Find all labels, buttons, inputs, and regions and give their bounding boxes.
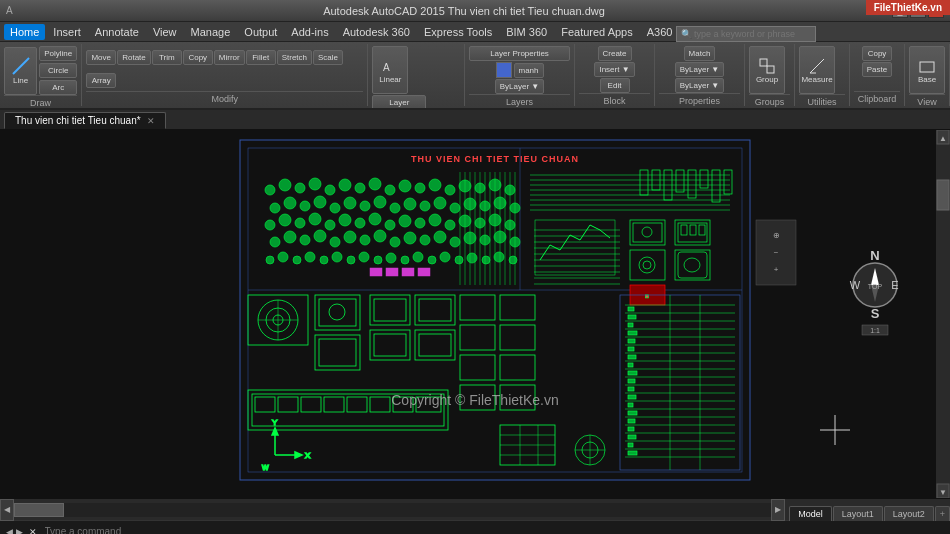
ribbon-group-properties: Match ByLayer ▼ ByLayer ▼ Properties — [655, 44, 745, 106]
svg-point-76 — [450, 237, 460, 247]
svg-point-38 — [390, 203, 400, 213]
svg-rect-228 — [628, 331, 637, 335]
search-input[interactable] — [694, 29, 811, 39]
svg-point-65 — [284, 231, 296, 243]
insert-block-button[interactable]: Insert ▼ — [594, 62, 634, 77]
svg-text:⊕: ⊕ — [773, 231, 780, 240]
svg-point-22 — [399, 180, 411, 192]
svg-point-84 — [305, 252, 315, 262]
svg-point-72 — [390, 237, 400, 247]
svg-point-88 — [359, 252, 369, 262]
menu-bim[interactable]: BIM 360 — [500, 24, 553, 40]
layout1-tab[interactable]: Layout1 — [833, 506, 883, 521]
svg-rect-112 — [370, 268, 382, 276]
arc-button[interactable]: Arc — [39, 80, 77, 95]
bylayer-dropdown1[interactable]: ByLayer ▼ — [495, 79, 545, 94]
measure-button[interactable]: Measure — [799, 46, 835, 94]
menu-addins[interactable]: Add-ins — [285, 24, 334, 40]
layer-properties-button[interactable]: Layer Properties — [469, 46, 570, 61]
base-button[interactable]: Base — [909, 46, 945, 94]
cad-viewport[interactable]: THU VIEN CHI TIET TIEU CHUAN — [0, 130, 950, 498]
menu-output[interactable]: Output — [238, 24, 283, 40]
scroll-area: ◀ ▶ Model Layout1 Layout2 + — [0, 498, 950, 520]
svg-line-0 — [13, 58, 29, 74]
svg-point-19 — [355, 183, 365, 193]
copy-button[interactable]: Copy — [183, 50, 213, 65]
svg-rect-115 — [418, 268, 430, 276]
add-layout-button[interactable]: + — [935, 506, 950, 521]
command-input[interactable] — [45, 526, 944, 534]
block-label: Block — [579, 93, 650, 106]
rotate-button[interactable]: Rotate — [117, 50, 151, 65]
tab-close-icon[interactable]: ✕ — [147, 116, 155, 126]
ribbon-group-view: Base View — [905, 44, 950, 106]
fillet-button[interactable]: Fillet — [246, 50, 276, 65]
scale-button[interactable]: Scale — [313, 50, 343, 65]
layer-button[interactable]: Layer — [372, 95, 426, 110]
properties-bylayer2[interactable]: ByLayer ▼ — [675, 78, 725, 93]
svg-text:S: S — [871, 306, 880, 321]
group-button[interactable]: Group — [749, 46, 785, 94]
annotation-buttons: A Linear Layer Table Match Layer — [372, 46, 460, 110]
line-button[interactable]: Line — [4, 47, 37, 95]
model-tab[interactable]: Model — [789, 506, 832, 521]
create-block-button[interactable]: Create — [598, 46, 632, 61]
scroll-left-button[interactable]: ◀ — [0, 499, 14, 521]
svg-point-51 — [325, 220, 335, 230]
menu-home[interactable]: Home — [4, 24, 45, 40]
svg-text:−: − — [774, 248, 779, 257]
svg-point-59 — [445, 220, 455, 230]
draw-buttons: Line Polyline Circle Arc — [4, 46, 77, 95]
search-box[interactable]: 🔍 — [676, 26, 816, 42]
edit-block-button[interactable]: Edit — [600, 78, 630, 93]
menu-insert[interactable]: Insert — [47, 24, 87, 40]
svg-rect-2 — [760, 59, 767, 66]
svg-point-73 — [404, 232, 416, 244]
menu-express[interactable]: Express Tools — [418, 24, 498, 40]
menu-a360[interactable]: Autodesk 360 — [337, 24, 416, 40]
trim-button[interactable]: Trim — [152, 50, 182, 65]
circle-button[interactable]: Circle — [39, 63, 77, 78]
clipboard-copy-button[interactable]: Copy — [862, 46, 892, 61]
linear-button[interactable]: A Linear — [372, 46, 408, 94]
view-label: View — [909, 94, 945, 107]
layers-label: Layers — [469, 94, 570, 107]
scroll-track-h — [14, 503, 771, 517]
menu-view[interactable]: View — [147, 24, 183, 40]
groups-buttons: Group — [749, 46, 790, 94]
svg-point-67 — [314, 230, 326, 242]
svg-text:W: W — [262, 464, 269, 471]
menu-a360b[interactable]: A360 — [641, 24, 679, 40]
scroll-right-button[interactable]: ▶ — [771, 499, 785, 521]
svg-point-47 — [265, 220, 275, 230]
stretch-button[interactable]: Stretch — [277, 50, 312, 65]
svg-rect-237 — [628, 403, 633, 407]
svg-point-13 — [265, 185, 275, 195]
mirror-button[interactable]: Mirror — [214, 50, 245, 65]
move-button[interactable]: Move — [86, 50, 116, 65]
svg-point-69 — [344, 231, 356, 243]
layer-dropdown[interactable]: manh — [514, 63, 544, 78]
svg-point-49 — [295, 218, 305, 228]
svg-point-20 — [369, 178, 381, 190]
menu-manage[interactable]: Manage — [185, 24, 237, 40]
layers-buttons: Layer Properties manh ByLayer ▼ — [469, 46, 570, 94]
menu-featured[interactable]: Featured Apps — [555, 24, 639, 40]
match-properties-button[interactable]: Match — [684, 46, 716, 61]
scroll-thumb-h[interactable] — [14, 503, 64, 517]
menu-annotate[interactable]: Annotate — [89, 24, 145, 40]
array-button[interactable]: Array — [86, 73, 116, 88]
layout2-tab[interactable]: Layout2 — [884, 506, 934, 521]
svg-rect-227 — [628, 323, 633, 327]
svg-point-71 — [374, 230, 386, 242]
ribbon-group-block: Create Insert ▼ Edit Block — [575, 44, 655, 106]
svg-point-17 — [325, 185, 335, 195]
svg-point-23 — [415, 183, 425, 193]
svg-point-25 — [445, 185, 455, 195]
polyline-button[interactable]: Polyline — [39, 46, 77, 61]
properties-bylayer1[interactable]: ByLayer ▼ — [675, 62, 725, 77]
tab-drawing[interactable]: Thu vien chi tiet Tieu chuan* ✕ — [4, 112, 166, 129]
paste-button[interactable]: Paste — [862, 62, 892, 77]
svg-point-86 — [332, 252, 342, 262]
menu-bar: Home Insert Annotate View Manage Output … — [0, 22, 950, 42]
